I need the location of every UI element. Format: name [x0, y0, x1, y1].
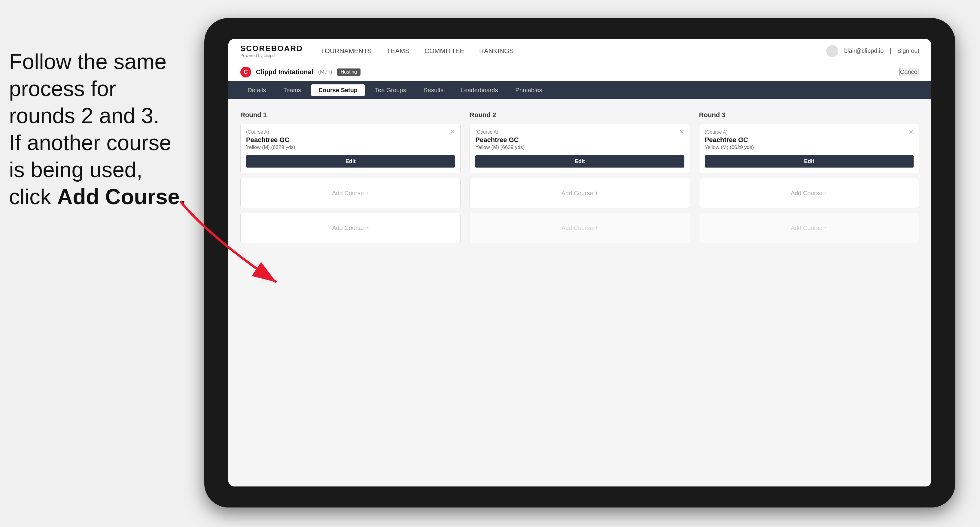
round-1-course-label: (Course A)	[246, 129, 455, 135]
tablet-screen: SCOREBOARD Powered by clippd TOURNAMENTS…	[228, 39, 931, 486]
round-1-title: Round 1	[240, 111, 461, 119]
tournament-info: C Clippd Invitational (Men) Hosting	[240, 67, 361, 78]
rounds-grid: Round 1 ✕ (Course A) Peachtree GC Yellow…	[240, 111, 919, 248]
round-3-column: Round 3 ✕ (Course A) Peachtree GC Yellow…	[699, 111, 919, 248]
instruction-line1: Follow the same	[9, 49, 166, 73]
round-1-column: Round 1 ✕ (Course A) Peachtree GC Yellow…	[240, 111, 461, 248]
instruction-line5: is being used,	[9, 158, 142, 182]
cancel-button[interactable]: Cancel	[899, 68, 919, 76]
nav-separator: |	[889, 48, 891, 54]
round-1-course-card: ✕ (Course A) Peachtree GC Yellow (M) (66…	[240, 124, 461, 173]
nav-link-rankings[interactable]: RANKINGS	[479, 46, 514, 56]
sub-header: C Clippd Invitational (Men) Hosting Canc…	[228, 63, 931, 81]
round-3-delete-icon[interactable]: ✕	[907, 128, 915, 136]
sign-out-link[interactable]: Sign out	[897, 48, 919, 54]
main-content: Round 1 ✕ (Course A) Peachtree GC Yellow…	[228, 99, 931, 486]
clippd-icon: C	[240, 67, 251, 78]
round-2-course-name: Peachtree GC	[475, 136, 684, 144]
tab-results[interactable]: Results	[416, 84, 451, 96]
instruction-line6-bold: Add Course.	[57, 185, 186, 209]
instruction-panel: Follow the same process for rounds 2 and…	[9, 48, 189, 210]
round-3-course-details: Yellow (M) (6629 yds)	[705, 144, 913, 151]
round-2-add-course-2: Add Course +	[469, 213, 690, 243]
logo-sub: Powered by clippd	[240, 53, 303, 58]
round-3-add-course-2-label: Add Course +	[791, 225, 828, 232]
round-2-course-details: Yellow (M) (6629 yds)	[475, 144, 684, 151]
user-avatar	[826, 45, 838, 57]
tab-teams[interactable]: Teams	[276, 84, 308, 96]
round-2-delete-icon[interactable]: ✕	[678, 128, 686, 136]
nav-link-teams[interactable]: TEAMS	[387, 46, 409, 56]
user-email: blair@clippd.io	[844, 48, 884, 54]
instruction-line2: process for	[9, 76, 116, 101]
round-1-edit-button[interactable]: Edit	[246, 155, 455, 168]
tab-printables[interactable]: Printables	[508, 84, 549, 96]
nav-right: blair@clippd.io | Sign out	[826, 45, 919, 57]
round-3-add-course-1[interactable]: Add Course +	[699, 178, 919, 208]
tournament-name: Clippd Invitational	[256, 68, 313, 76]
round-2-add-course-1[interactable]: Add Course +	[469, 178, 690, 208]
tab-leaderboards[interactable]: Leaderboards	[453, 84, 505, 96]
round-1-add-course-1-label: Add Course +	[332, 190, 369, 197]
round-3-course-card: ✕ (Course A) Peachtree GC Yellow (M) (66…	[699, 124, 919, 173]
round-2-title: Round 2	[469, 111, 690, 119]
round-1-add-course-2-label: Add Course +	[332, 225, 369, 232]
round-3-course-label: (Course A)	[705, 129, 913, 135]
round-2-add-course-2-label: Add Course +	[562, 225, 598, 232]
instruction-line3: rounds 2 and 3.	[9, 103, 159, 128]
round-2-course-label: (Course A)	[475, 129, 684, 135]
round-3-add-course-2: Add Course +	[699, 213, 919, 243]
nav-left: SCOREBOARD Powered by clippd TOURNAMENTS…	[240, 44, 514, 58]
instruction-line4: If another course	[9, 131, 171, 155]
nav-links: TOURNAMENTS TEAMS COMMITTEE RANKINGS	[321, 46, 514, 56]
round-1-course-name: Peachtree GC	[246, 136, 455, 144]
tablet-device: SCOREBOARD Powered by clippd TOURNAMENTS…	[204, 18, 955, 508]
tab-details[interactable]: Details	[240, 84, 273, 96]
nav-link-committee[interactable]: COMMITTEE	[425, 46, 464, 56]
instruction-line6-plain: click	[9, 185, 57, 209]
round-1-delete-icon[interactable]: ✕	[448, 128, 457, 136]
tab-tee-groups[interactable]: Tee Groups	[368, 84, 413, 96]
round-2-edit-button[interactable]: Edit	[475, 155, 684, 168]
round-3-add-course-1-label: Add Course +	[791, 190, 828, 197]
tab-bar: Details Teams Course Setup Tee Groups Re…	[228, 81, 931, 99]
round-2-course-card: ✕ (Course A) Peachtree GC Yellow (M) (66…	[469, 124, 690, 173]
nav-link-tournaments[interactable]: TOURNAMENTS	[321, 46, 372, 56]
hosting-badge: Hosting	[337, 68, 361, 76]
round-3-title: Round 3	[699, 111, 919, 119]
round-3-edit-button[interactable]: Edit	[705, 155, 913, 168]
tournament-gender: (Men)	[318, 69, 332, 75]
round-2-add-course-1-label: Add Course +	[562, 190, 598, 197]
logo-title: SCOREBOARD	[240, 44, 303, 53]
round-1-add-course-2[interactable]: Add Course +	[240, 213, 461, 243]
tab-course-setup[interactable]: Course Setup	[311, 84, 365, 96]
round-2-column: Round 2 ✕ (Course A) Peachtree GC Yellow…	[469, 111, 690, 248]
round-3-course-name: Peachtree GC	[705, 136, 913, 144]
round-1-add-course-1[interactable]: Add Course +	[240, 178, 461, 208]
scoreboard-logo: SCOREBOARD Powered by clippd	[240, 44, 303, 58]
top-nav: SCOREBOARD Powered by clippd TOURNAMENTS…	[228, 39, 931, 63]
round-1-course-details: Yellow (M) (6629 yds)	[246, 144, 455, 151]
